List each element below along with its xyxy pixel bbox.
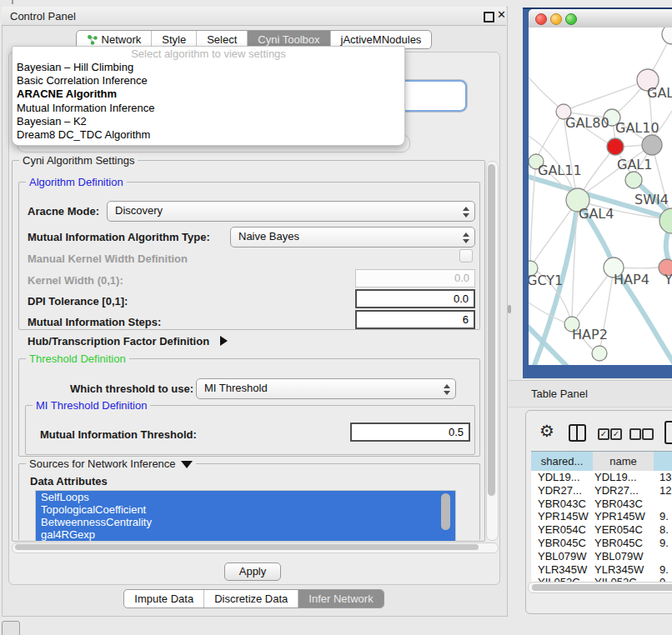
network-node-gal1[interactable] bbox=[625, 172, 642, 188]
table-row[interactable]: YDR27...YDR27...12 bbox=[531, 484, 672, 498]
dropdown-prompt: Select algorithm to view settings bbox=[13, 47, 404, 61]
node-label-gal11: GAL11 bbox=[538, 162, 582, 178]
network-window-titlebar[interactable] bbox=[529, 9, 672, 28]
gear-icon[interactable]: ⚙ bbox=[539, 422, 554, 439]
network-edge[interactable] bbox=[529, 78, 560, 108]
threshold-definition-title: Threshold Definition bbox=[26, 352, 129, 365]
settings-horizontal-scrollbar-track[interactable] bbox=[12, 542, 499, 553]
zoom-traffic-light-icon[interactable] bbox=[565, 13, 577, 25]
column-header-name[interactable]: name bbox=[593, 451, 654, 472]
table-cell: YER054C bbox=[594, 523, 654, 537]
table-body: YDL19...YDL19...13YDR27...YDR27...12YBR0… bbox=[531, 471, 672, 582]
table-row[interactable]: YLR345WYLR345W9. bbox=[531, 563, 672, 577]
dropdown-item-basic-correlation-inference[interactable]: Basic Correlation Inference bbox=[13, 74, 404, 88]
table-cell: YBR045C bbox=[538, 537, 593, 550]
network-node[interactable] bbox=[607, 138, 624, 155]
attribute-item-topologicalcoefficient[interactable]: TopologicalCoefficient bbox=[36, 503, 455, 516]
network-canvas[interactable]: GAL7GAL80GAL10GAL1GAL11SWI4GAL4GCY1HAP4Y… bbox=[529, 28, 672, 365]
node-label-gal4: GAL4 bbox=[579, 206, 614, 222]
table-row[interactable]: YBL079WYBL079W bbox=[531, 550, 672, 563]
algorithm-dropdown-popup: Select algorithm to view settings Bayesi… bbox=[12, 46, 405, 146]
column-header-col2[interactable] bbox=[654, 451, 672, 472]
table-cell: 13 bbox=[659, 471, 672, 484]
network-node[interactable] bbox=[642, 135, 662, 155]
table-row[interactable]: YER054CYER054C8. bbox=[531, 523, 672, 537]
table-row[interactable]: YBR045CYBR045C9. bbox=[531, 537, 672, 550]
table-row[interactable]: YPR145WYPR145W9. bbox=[531, 510, 672, 523]
close-traffic-light-icon[interactable] bbox=[535, 13, 547, 25]
data-attributes-label: Data Attributes bbox=[30, 475, 108, 488]
unchecked-checkbox-icon[interactable] bbox=[629, 428, 641, 440]
table-row[interactable]: YDL19...YDL19...13 bbox=[531, 471, 672, 484]
attribute-item-gal4rgexp[interactable]: gal4RGexp bbox=[36, 528, 455, 541]
settings-vertical-scrollbar-thumb[interactable] bbox=[488, 164, 495, 496]
table-cell: YBL079W bbox=[594, 550, 654, 563]
dpi-tolerance-label: DPI Tolerance [0,1]: bbox=[28, 295, 128, 308]
mi-threshold-field[interactable]: 0.5 bbox=[350, 422, 470, 442]
manual-kernel-width-checkbox[interactable] bbox=[459, 249, 473, 262]
attribute-item-betweennesscentrality[interactable]: BetweennessCentrality bbox=[36, 516, 455, 528]
tab-impute-data[interactable]: Impute Data bbox=[124, 590, 203, 608]
tab-infer-network[interactable]: Infer Network bbox=[298, 590, 383, 608]
table-row[interactable]: YBR043CYBR043C bbox=[531, 498, 672, 511]
hub-transcription-section-header[interactable]: Hub/Transcription Factor Definition bbox=[28, 333, 228, 348]
collapsed-arrow-icon[interactable] bbox=[220, 336, 228, 346]
unchecked-checkbox-icon[interactable] bbox=[642, 428, 654, 440]
network-node[interactable] bbox=[662, 28, 672, 44]
column-split-icon[interactable] bbox=[569, 424, 586, 442]
node-label-gal1: GAL1 bbox=[617, 157, 652, 172]
node-label-gcy1: GCY1 bbox=[529, 272, 563, 288]
table-cell: YLR345W bbox=[538, 563, 593, 577]
minimize-traffic-light-icon[interactable] bbox=[550, 13, 562, 25]
tab-label: Impute Data bbox=[134, 592, 193, 605]
table-horizontal-scrollbar-track[interactable] bbox=[528, 582, 672, 593]
tab-discretize-data[interactable]: Discretize Data bbox=[203, 590, 298, 608]
document-icon[interactable] bbox=[664, 421, 672, 444]
float-window-icon[interactable] bbox=[484, 12, 494, 22]
table-row[interactable]: YIL052CYIL052C0. bbox=[531, 576, 672, 582]
table-cell: YDL19... bbox=[538, 471, 593, 484]
tab-label: Style bbox=[162, 33, 186, 46]
network-node[interactable] bbox=[592, 346, 607, 361]
mi-algorithm-type-combobox[interactable]: Naive Bayes bbox=[230, 227, 475, 248]
checked-checkbox-icon[interactable]: ✓ bbox=[598, 428, 609, 440]
which-threshold-combobox[interactable]: MI Threshold bbox=[196, 378, 456, 399]
dropdown-item-dream8-dc-tdc-algorithm[interactable]: Dream8 DC_TDC Algorithm bbox=[13, 128, 404, 142]
attribute-item-selfloops[interactable]: SelfLoops bbox=[36, 491, 455, 503]
which-threshold-label: Which threshold to use: bbox=[70, 382, 193, 395]
tab-label: Infer Network bbox=[308, 592, 373, 605]
dropdown-item-bayesian-k2[interactable]: Bayesian – K2 bbox=[13, 115, 404, 128]
network-node[interactable] bbox=[659, 208, 672, 233]
frame-artifact bbox=[12, 0, 13, 4]
aracne-mode-combobox[interactable]: Discovery bbox=[107, 201, 475, 222]
network-graph[interactable]: GAL7GAL80GAL10GAL1GAL11SWI4GAL4GCY1HAP4Y… bbox=[529, 28, 672, 365]
kernel-width-field[interactable]: 0.0 bbox=[355, 269, 475, 288]
table-cell: YER054C bbox=[538, 523, 593, 537]
bottom-left-button[interactable] bbox=[2, 621, 20, 635]
tab-label: Discretize Data bbox=[214, 592, 288, 605]
node-label-gal10: GAL10 bbox=[615, 120, 659, 136]
close-icon[interactable]: ✕ bbox=[497, 8, 506, 21]
sources-group-title[interactable]: Sources for Network Inference bbox=[26, 458, 196, 470]
node-label-gal80: GAL80 bbox=[565, 115, 609, 131]
attributes-list-scrollbar[interactable] bbox=[441, 493, 450, 530]
column-header-shared[interactable]: shared... bbox=[531, 451, 594, 472]
settings-vertical-scrollbar-track[interactable] bbox=[486, 161, 499, 541]
tab-label: Cyni Toolbox bbox=[258, 33, 319, 46]
data-attributes-list[interactable]: SelfLoopsTopologicalCoefficientBetweenne… bbox=[35, 490, 456, 542]
dropdown-item-mutual-information-inference[interactable]: Mutual Information Inference bbox=[13, 102, 404, 115]
panel-splitter-handle[interactable] bbox=[508, 305, 511, 313]
settings-horizontal-scrollbar-thumb[interactable] bbox=[15, 544, 479, 550]
table-horizontal-scrollbar-thumb[interactable] bbox=[532, 584, 672, 591]
dropdown-item-aracne-algorithm[interactable]: ARACNE Algorithm bbox=[13, 88, 404, 101]
table-cell: YBR043C bbox=[594, 498, 654, 511]
expanded-arrow-icon[interactable] bbox=[181, 461, 193, 468]
apply-button[interactable]: Apply bbox=[224, 562, 281, 581]
dropdown-item-bayesian-hill-climbing[interactable]: Bayesian – Hill Climbing bbox=[13, 61, 404, 74]
checked-checkbox-icon[interactable]: ✓ bbox=[610, 428, 622, 440]
aracne-mode-label: Aracne Mode: bbox=[28, 205, 99, 218]
dpi-tolerance-field[interactable]: 0.0 bbox=[355, 289, 475, 308]
table-cell: YPR145W bbox=[594, 510, 654, 523]
mi-steps-field[interactable]: 6 bbox=[355, 310, 475, 329]
sources-title-text: Sources for Network Inference bbox=[29, 458, 176, 470]
